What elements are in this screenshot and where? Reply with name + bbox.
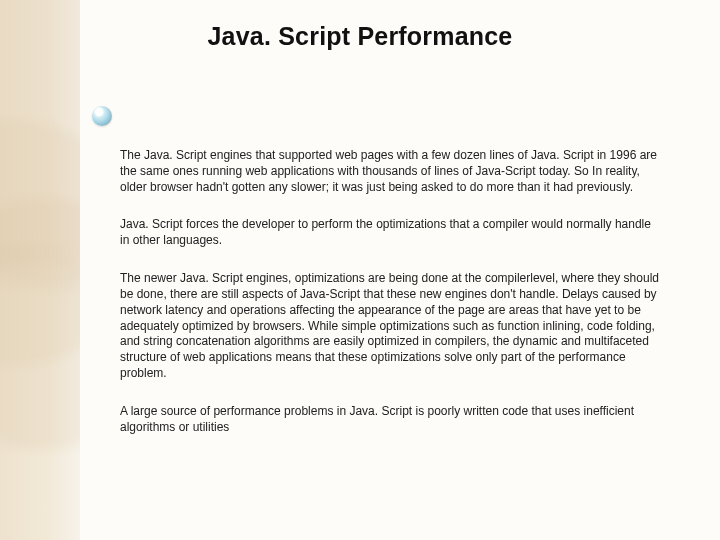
paragraph-3: The newer Java. Script engines, optimiza… (120, 271, 660, 382)
paragraph-2: Java. Script forces the developer to per… (120, 217, 660, 249)
paragraph-1: The Java. Script engines that supported … (120, 148, 660, 195)
slide-title: Java. Script Performance (0, 22, 720, 51)
slide-background-texture (0, 0, 80, 540)
decorative-orb-icon (92, 106, 112, 126)
slide-body: The Java. Script engines that supported … (120, 148, 660, 458)
paragraph-4: A large source of performance problems i… (120, 404, 660, 436)
